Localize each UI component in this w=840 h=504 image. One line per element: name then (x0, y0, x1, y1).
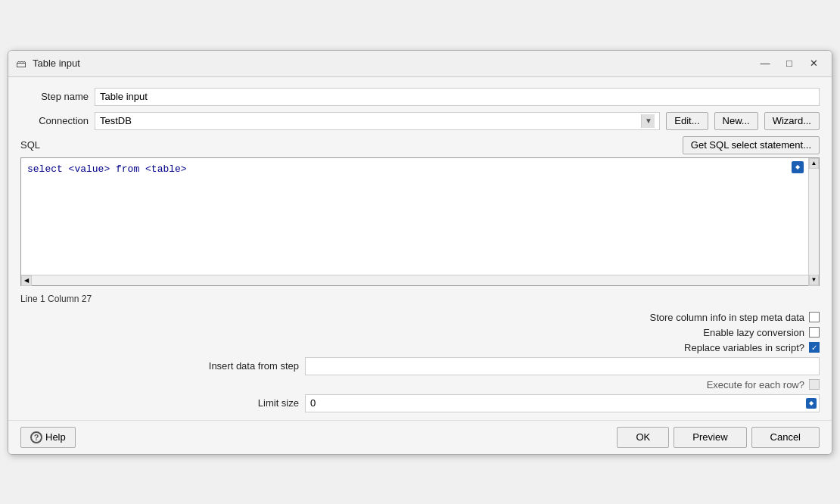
window-controls: — □ ✕ (754, 55, 824, 72)
connection-row: Connection TestDB ▼ Edit... New... Wizar… (20, 112, 820, 130)
store-column-checkbox[interactable] (809, 312, 820, 322)
wizard-button[interactable]: Wizard... (764, 112, 820, 130)
sql-header: SQL Get SQL select statement... (20, 136, 820, 154)
enable-lazy-label: Enable lazy conversion (703, 327, 804, 338)
vertical-scrollbar: ▲ ▼ (808, 158, 819, 285)
execute-each-label: Execute for each row? (707, 379, 804, 390)
replace-vars-checkbox[interactable]: ✓ (809, 342, 820, 353)
sql-section: SQL Get SQL select statement... ▲ ▼ ◆ ◀ (20, 136, 820, 286)
options-section: Store column info in step meta data Enab… (20, 312, 820, 412)
execute-each-row: Execute for each row? (20, 379, 820, 390)
scroll-down-button[interactable]: ▼ (809, 275, 819, 285)
replace-vars-label: Replace variables in script? (684, 342, 804, 353)
connection-dropdown-button[interactable]: ▼ (641, 114, 655, 128)
limit-size-label: Limit size (258, 397, 299, 409)
insert-from-label: Insert data from step (209, 360, 299, 372)
insert-from-row: Insert data from step (20, 357, 820, 375)
minimize-button[interactable]: — (754, 55, 776, 72)
close-button[interactable]: ✕ (803, 55, 824, 72)
dialog-content: Step name Connection TestDB ▼ Edit... Ne… (8, 77, 832, 420)
get-sql-button[interactable]: Get SQL select statement... (683, 136, 820, 154)
help-label: Help (45, 431, 66, 443)
title-bar: 🗃 Table input — □ ✕ (8, 51, 832, 77)
connection-label: Connection (20, 115, 89, 126)
connection-field[interactable]: TestDB ▼ (95, 112, 660, 130)
limit-diamond-icon (806, 398, 817, 409)
execute-each-checkbox (809, 379, 820, 390)
limit-input-container (305, 394, 820, 412)
step-name-input[interactable] (95, 88, 820, 106)
ok-button[interactable]: OK (617, 427, 669, 448)
sql-diamond-icon: ◆ (795, 163, 800, 170)
store-column-label: Store column info in step meta data (649, 312, 804, 323)
window-icon: 🗃 (16, 58, 26, 70)
connection-value: TestDB (100, 115, 641, 126)
action-buttons: OK Preview Cancel (617, 427, 820, 448)
limit-size-input[interactable] (305, 394, 820, 412)
insert-from-input[interactable] (305, 357, 820, 375)
cancel-button[interactable]: Cancel (751, 427, 820, 448)
window-title: Table input (33, 58, 748, 69)
help-button[interactable]: ? Help (20, 427, 76, 448)
store-column-row: Store column info in step meta data (20, 312, 820, 323)
sql-editor-container: ▲ ▼ ◆ ◀ ▶ (20, 157, 820, 286)
new-button[interactable]: New... (714, 112, 758, 130)
scroll-up-button[interactable]: ▲ (809, 158, 819, 169)
scroll-track (809, 169, 819, 275)
limit-size-row: Limit size (20, 394, 820, 412)
sql-scroll-icon: ◆ (792, 161, 804, 173)
sql-label: SQL (20, 139, 40, 151)
status-bar: Line 1 Column 27 (20, 292, 820, 306)
step-name-label: Step name (20, 91, 89, 102)
h-scroll-track (32, 275, 808, 285)
enable-lazy-row: Enable lazy conversion (20, 327, 820, 338)
step-name-row: Step name (20, 88, 820, 106)
horizontal-scrollbar: ◀ ▶ (21, 275, 819, 285)
main-window: 🗃 Table input — □ ✕ Step name Connection… (8, 50, 832, 455)
help-icon: ? (30, 431, 42, 443)
maximize-button[interactable]: □ (779, 55, 800, 72)
edit-button[interactable]: Edit... (666, 112, 708, 130)
enable-lazy-checkbox[interactable] (809, 327, 820, 338)
sql-editor[interactable] (21, 158, 819, 194)
cursor-position: Line 1 Column 27 (20, 294, 92, 304)
replace-vars-row: Replace variables in script? ✓ (20, 342, 820, 353)
scroll-left-button[interactable]: ◀ (21, 275, 32, 286)
preview-button[interactable]: Preview (674, 427, 746, 448)
bottom-bar: ? Help OK Preview Cancel (8, 420, 832, 454)
